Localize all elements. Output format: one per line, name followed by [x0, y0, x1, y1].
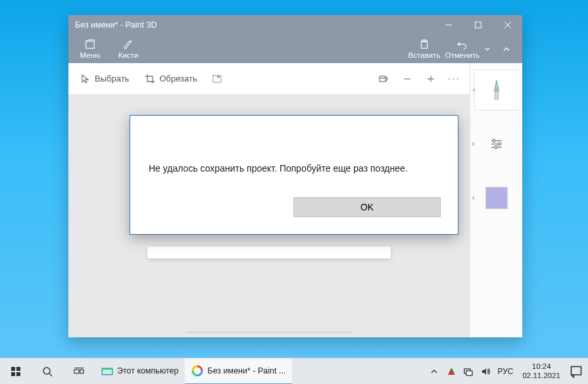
taskbar-item-label: Этот компьютер — [117, 366, 178, 375]
dialog-message: Не удалось сохранить проект. Попробуйте … — [149, 163, 408, 174]
svg-rect-15 — [74, 370, 79, 373]
svg-rect-0 — [475, 22, 481, 28]
collapse-ribbon-button[interactable] — [493, 35, 520, 63]
zoom-out-button[interactable] — [397, 68, 418, 89]
menu-button[interactable]: Меню — [71, 35, 109, 63]
svg-rect-18 — [102, 368, 112, 370]
taskbar: Этот компьютер Без имени* - Paint ... РУ… — [0, 358, 588, 384]
tray-language[interactable]: РУС — [497, 367, 513, 376]
canvas[interactable] — [147, 247, 391, 258]
paste-button[interactable]: Вставить — [405, 35, 443, 63]
tray-notifications-icon[interactable] — [570, 358, 583, 385]
search-button[interactable] — [32, 358, 63, 385]
window-title: Без имени* - Paint 3D — [75, 20, 433, 30]
crop-tool[interactable]: Обрезать — [138, 71, 203, 87]
svg-rect-6 — [495, 91, 499, 99]
side-brush-tool[interactable] — [474, 70, 519, 110]
system-tray: РУС 10:24 02.11.2021 — [424, 358, 588, 385]
tray-clock[interactable]: 10:24 02.11.2021 — [520, 362, 563, 379]
undo-label: Отменить — [445, 51, 480, 59]
tray-time: 10:24 — [522, 362, 560, 371]
taskbar-item-label: Без имени* - Paint ... — [207, 366, 285, 375]
svg-rect-16 — [80, 370, 84, 373]
taskbar-item-explorer[interactable]: Этот компьютер — [95, 358, 185, 385]
side-panel — [470, 63, 522, 337]
svg-rect-10 — [11, 367, 15, 371]
tray-volume-icon[interactable] — [480, 366, 491, 377]
titlebar: Без имени* - Paint 3D — [68, 15, 522, 35]
maximize-button[interactable] — [463, 15, 493, 35]
paste-label: Вставить — [408, 51, 441, 59]
ribbon-right: Вставить Отменить — [405, 35, 520, 63]
svg-rect-22 — [466, 371, 472, 375]
history-dropdown[interactable] — [481, 35, 493, 63]
side-settings[interactable] — [474, 124, 519, 164]
secondary-toolbar: Выбрать Обрезать ··· — [68, 63, 470, 95]
svg-point-7 — [493, 139, 495, 142]
select-label: Выбрать — [95, 74, 129, 84]
start-button[interactable] — [0, 358, 32, 385]
task-view-button[interactable] — [63, 358, 95, 385]
error-dialog: Не удалось сохранить проект. Попробуйте … — [130, 115, 458, 235]
tray-network-icon[interactable] — [463, 366, 474, 377]
brushes-label: Кисти — [118, 51, 139, 59]
minimize-button[interactable] — [433, 15, 463, 35]
paint3d-icon — [191, 365, 203, 377]
explorer-icon — [101, 365, 113, 377]
svg-point-9 — [495, 146, 497, 149]
tray-app-icon[interactable] — [446, 366, 456, 377]
svg-rect-23 — [572, 366, 581, 375]
dialog-ok-button[interactable]: OK — [293, 197, 441, 217]
svg-rect-11 — [16, 367, 20, 371]
ok-label: OK — [360, 202, 374, 212]
view-3d-button[interactable] — [373, 68, 394, 89]
svg-rect-13 — [16, 372, 20, 376]
svg-rect-1 — [86, 41, 95, 48]
svg-point-8 — [498, 143, 501, 145]
svg-rect-2 — [422, 41, 428, 48]
select-tool[interactable]: Выбрать — [74, 71, 135, 87]
svg-rect-19 — [103, 370, 112, 374]
magic-select-tool[interactable] — [207, 68, 228, 89]
tray-chevron-icon[interactable] — [429, 366, 439, 377]
more-button[interactable]: ··· — [444, 73, 464, 85]
undo-button[interactable]: Отменить — [443, 35, 481, 63]
zoom-in-button[interactable] — [420, 68, 441, 89]
brushes-button[interactable]: Кисти — [109, 35, 147, 63]
taskbar-item-paint3d[interactable]: Без имени* - Paint ... — [185, 358, 292, 385]
canvas-scrollbar[interactable] — [187, 331, 351, 333]
svg-rect-12 — [11, 372, 15, 376]
ribbon: Меню Кисти Вставить Отменить — [68, 35, 522, 63]
menu-label: Меню — [80, 51, 100, 59]
close-button[interactable] — [493, 15, 522, 35]
tray-date: 02.11.2021 — [522, 372, 560, 380]
crop-label: Обрезать — [159, 74, 197, 84]
side-color[interactable] — [474, 178, 519, 218]
svg-point-14 — [43, 368, 50, 374]
color-swatch[interactable] — [485, 187, 508, 209]
